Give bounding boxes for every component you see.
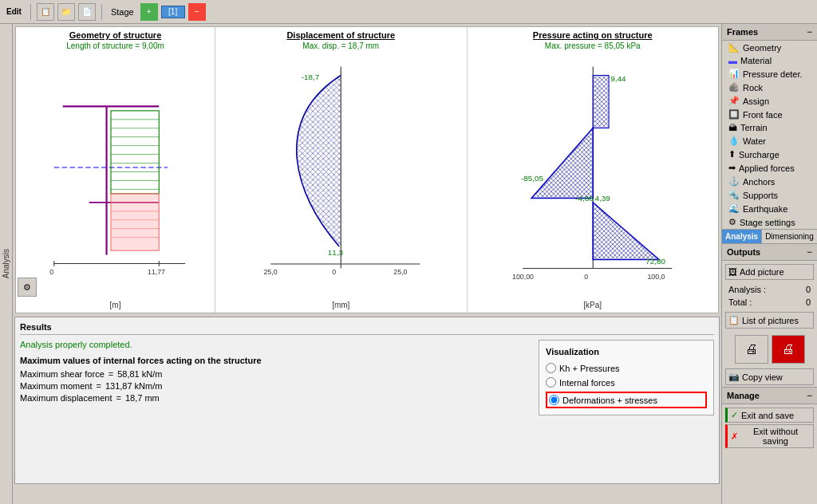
pressure-subtitle: Max. pressure = 85,05 kPa xyxy=(471,41,716,50)
displacement-axis: [mm] xyxy=(219,301,464,309)
svg-text:100,0: 100,0 xyxy=(647,273,665,281)
material-icon: ▬ xyxy=(728,56,737,65)
results-container: Results Analysis properly completed. Max… xyxy=(20,322,714,478)
material-item-label: Material xyxy=(740,56,772,65)
pressure-item-label: Pressure deter. xyxy=(743,69,803,79)
new-btn[interactable]: 📄 xyxy=(78,3,96,21)
outputs-collapse-btn[interactable]: − xyxy=(807,246,812,258)
displacement-canvas: -18,7 xyxy=(219,53,464,299)
displacement-subtitle: Max. disp. = 18,7 mm xyxy=(219,41,464,50)
sidebar-item-applied[interactable]: ➡ Applied forces xyxy=(722,161,817,175)
anchors-icon: ⚓ xyxy=(728,176,740,187)
svg-text:4,39: 4,39 xyxy=(594,194,610,203)
sidebar-item-rock[interactable]: 🪨 Rock xyxy=(722,81,817,94)
water-item-label: Water xyxy=(743,136,766,146)
stage-item-label: Stage settings xyxy=(740,218,795,227)
result-val-2: 131,87 kNm/m xyxy=(105,381,163,391)
results-panel: Results Results Analysis properly comple… xyxy=(14,317,720,484)
visualization-container: Visualization Kh + Pressures Internal fo… xyxy=(539,340,714,415)
visualization-title: Visualization xyxy=(546,347,707,356)
toolbar-divider2 xyxy=(101,4,102,20)
tab-dimensioning[interactable]: Dimensioning xyxy=(762,230,817,243)
print-btn[interactable]: 🖨 xyxy=(735,335,768,364)
settings-icon[interactable]: ⚙ xyxy=(18,278,37,297)
sidebar-item-assign[interactable]: 📌 Assign xyxy=(722,94,817,108)
manage-section: ✓ Exit and save ✗ Exit without saving xyxy=(722,404,817,453)
viz-option-internal[interactable]: Internal forces xyxy=(546,377,707,388)
result-row-2: Maximum moment = 131,87 kNm/m xyxy=(20,381,531,391)
copy-btn[interactable]: 📋 xyxy=(37,3,54,21)
viz-option-kh[interactable]: Kh + Pressures xyxy=(546,363,707,373)
surcharge-icon: ⬆ xyxy=(728,149,736,159)
add-picture-icon: 🖼 xyxy=(728,267,737,277)
geometry-subtitle: Length of structure = 9,00m xyxy=(19,41,211,50)
viz-option-deformations[interactable]: Deformations + stresses xyxy=(546,392,707,408)
sidebar-item-water[interactable]: 💧 Water xyxy=(722,134,817,148)
result-eq-1: = xyxy=(109,369,113,379)
paste-btn[interactable]: 📁 xyxy=(57,3,75,21)
geometry-axis: [m] xyxy=(19,301,211,309)
frontface-item-label: Front face xyxy=(743,110,783,120)
svg-rect-4 xyxy=(111,111,159,194)
svg-rect-38 xyxy=(591,73,610,129)
water-icon: 💧 xyxy=(728,136,740,146)
add-picture-btn[interactable]: 🖼 Add picture xyxy=(725,264,814,280)
viz-label-kh: Kh + Pressures xyxy=(559,364,620,373)
main-area: ⚙ Geometry of structure Length of struct… xyxy=(13,24,721,504)
sidebar-item-terrain[interactable]: 🏔 Terrain xyxy=(722,121,817,134)
exit-save-icon: ✓ xyxy=(731,410,738,420)
applied-icon: ➡ xyxy=(728,163,736,173)
viz-radio-deformations[interactable] xyxy=(549,395,559,405)
result-eq-2: = xyxy=(96,381,101,391)
svg-text:0: 0 xyxy=(584,273,588,281)
svg-text:-85,05: -85,05 xyxy=(521,174,544,183)
sidebar-item-material[interactable]: ▬ Material xyxy=(722,54,817,67)
terrain-item-label: Terrain xyxy=(740,123,768,132)
copy-view-label: Copy view xyxy=(742,372,783,382)
sidebar-item-supports[interactable]: 🔩 Supports xyxy=(722,188,817,202)
outputs-title: Outputs xyxy=(727,247,760,257)
sidebar-item-surcharge[interactable]: ⬆ Surcharge xyxy=(722,148,817,161)
geometry-title: Geometry of structure xyxy=(19,30,211,40)
displacement-svg: -18,7 xyxy=(219,53,464,299)
sidebar-item-anchors[interactable]: ⚓ Anchors xyxy=(722,175,817,188)
earthquake-item-label: Earthquake xyxy=(743,204,787,214)
exit-nosave-label: Exit without saving xyxy=(741,427,810,446)
sidebar-item-earthquake[interactable]: 🌊 Earthquake xyxy=(722,202,817,215)
total-val: 0 xyxy=(806,297,811,307)
sidebar-item-stage[interactable]: ⚙ Stage settings xyxy=(722,215,817,229)
manage-collapse-btn[interactable]: − xyxy=(807,390,812,401)
result-label-2: Maximum moment xyxy=(20,381,92,391)
frames-collapse-btn[interactable]: − xyxy=(807,26,812,37)
outputs-header: Outputs − xyxy=(722,244,817,261)
svg-text:100,00: 100,00 xyxy=(512,273,534,281)
frames-header: Frames − xyxy=(722,24,817,41)
result-label-1: Maximum shear force xyxy=(20,369,105,379)
anchors-item-label: Anchors xyxy=(743,177,775,187)
svg-text:25,0: 25,0 xyxy=(263,268,277,276)
stage-remove-btn[interactable]: − xyxy=(188,3,206,21)
stage-label: Stage xyxy=(111,7,134,17)
analysis-label: Analysis : xyxy=(728,285,766,294)
list-pictures-btn[interactable]: 📋 List of pictures xyxy=(725,312,814,329)
stage-add-btn[interactable]: + xyxy=(140,3,158,21)
geometry-item-label: Geometry xyxy=(743,43,781,53)
sidebar-item-pressure[interactable]: 📊 Pressure deter. xyxy=(722,67,817,81)
svg-text:-4,68: -4,68 xyxy=(575,194,594,203)
exit-nosave-btn[interactable]: ✗ Exit without saving xyxy=(725,424,814,448)
earthquake-icon: 🌊 xyxy=(728,203,740,214)
sidebar-item-frontface[interactable]: 🔲 Front face xyxy=(722,108,817,121)
left-panel: Analysis xyxy=(0,24,13,504)
pressure-panel: Pressure acting on structure Max. pressu… xyxy=(468,27,719,313)
exit-save-btn[interactable]: ✓ Exit and save xyxy=(725,408,814,423)
svg-rect-28 xyxy=(293,71,342,251)
frames-items-container: 📐 Geometry ▬ Material 📊 Pressure deter. … xyxy=(722,41,817,230)
viz-radio-kh[interactable] xyxy=(546,363,556,373)
viz-radio-internal[interactable] xyxy=(546,377,556,388)
print-preview-btn[interactable]: 🖨 xyxy=(772,335,805,364)
tab-analysis[interactable]: Analysis xyxy=(722,230,762,243)
copy-view-btn[interactable]: 📷 Copy view xyxy=(725,368,814,385)
sidebar-item-geometry[interactable]: 📐 Geometry xyxy=(722,41,817,54)
pressure-svg: 9,44 xyxy=(471,53,716,299)
viz-label-deformations: Deformations + stresses xyxy=(562,396,657,405)
